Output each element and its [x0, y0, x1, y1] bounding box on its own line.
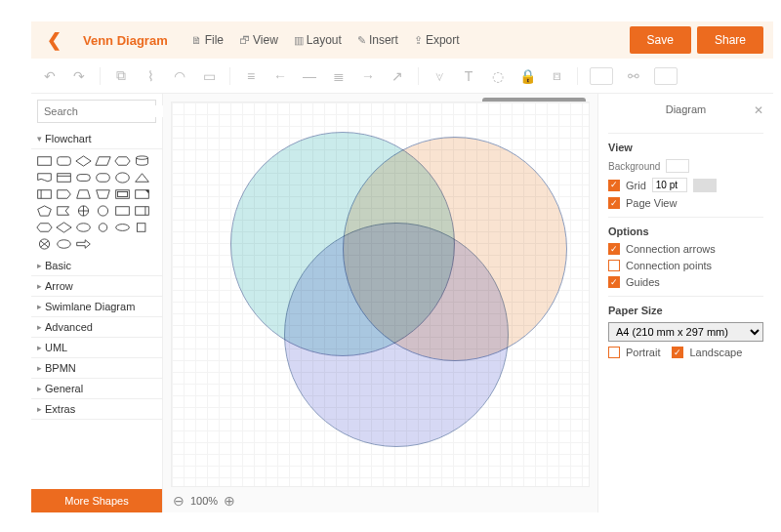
shape-ellipse4[interactable]	[55, 236, 73, 252]
search-box[interactable]: ⌕	[37, 100, 156, 123]
group-icon[interactable]: ⧈	[548, 67, 565, 85]
svg-point-25	[98, 206, 107, 216]
conn-arrows-label: Connection arrows	[626, 243, 716, 255]
shape-card[interactable]	[35, 186, 54, 202]
shape-triangle[interactable]	[133, 170, 151, 185]
section-basic[interactable]: Basic	[31, 256, 162, 276]
text-icon[interactable]: T	[460, 67, 477, 85]
venn-circle[interactable]	[284, 223, 509, 447]
shape-cardr[interactable]	[133, 203, 151, 219]
shape-flag[interactable]	[55, 203, 73, 219]
shape-ellipse2[interactable]	[74, 220, 93, 235]
svg-rect-26	[116, 207, 130, 216]
shape-rect[interactable]	[35, 153, 54, 169]
shape-crosscircle[interactable]	[74, 203, 93, 219]
portrait-checkbox[interactable]	[608, 347, 620, 358]
pageview-checkbox[interactable]	[608, 197, 620, 209]
width-icon[interactable]	[590, 67, 613, 85]
shape-lens[interactable]	[113, 170, 132, 185]
back-button[interactable]: ❮	[41, 29, 67, 51]
shape-square[interactable]	[133, 220, 151, 235]
insert-icon: ✎	[357, 34, 366, 47]
section-arrow[interactable]: Arrow	[31, 276, 162, 297]
line-style-icon[interactable]: ≣	[330, 67, 348, 85]
svg-point-38	[58, 240, 71, 249]
landscape-label: Landscape	[689, 347, 742, 358]
shape-cylinder[interactable]	[133, 153, 151, 169]
shape-trapezoid2[interactable]	[94, 186, 112, 202]
shape-rect4[interactable]	[113, 203, 132, 219]
menu-insert[interactable]: ✎Insert	[357, 33, 398, 47]
share-button[interactable]: Share	[697, 26, 763, 54]
grid-checkbox[interactable]	[608, 180, 620, 191]
conn-arrows-checkbox[interactable]	[608, 243, 620, 255]
link-icon[interactable]: ⌇	[142, 67, 159, 85]
shape-stadium[interactable]	[94, 170, 112, 185]
menu-view[interactable]: 🗗View	[239, 33, 278, 47]
arrow-right-icon[interactable]: →	[359, 67, 377, 85]
shape-parallelogram[interactable]	[94, 153, 112, 169]
right-panel: Diagram ✕ View Background Grid Page View…	[597, 94, 773, 512]
shape-note-icon[interactable]	[133, 186, 151, 202]
line-icon[interactable]: —	[301, 67, 318, 85]
guides-checkbox[interactable]	[608, 276, 620, 288]
menu-insert-label: Insert	[369, 33, 398, 47]
pageview-label: Page View	[626, 197, 677, 209]
rect-icon[interactable]: ▭	[200, 67, 218, 85]
shape-circ-x[interactable]	[35, 236, 54, 252]
chain-icon[interactable]: ⚯	[625, 67, 642, 85]
shape-circle2[interactable]	[94, 203, 112, 219]
shape-hex[interactable]	[113, 153, 132, 169]
arrow-left-icon[interactable]: ←	[271, 67, 289, 85]
shape-capsule[interactable]	[74, 170, 93, 185]
connector-icon[interactable]: ↗	[389, 67, 406, 85]
paper-size-select[interactable]: A4 (210 mm x 297 mm)	[608, 322, 763, 342]
zoom-in-icon[interactable]: ⊕	[224, 493, 235, 509]
main-menu: 🗎File 🗗View ▥Layout ✎Insert ⇪Export	[191, 33, 460, 47]
undo-icon[interactable]: ↶	[41, 67, 59, 85]
shape-icon[interactable]: ◠	[171, 67, 188, 85]
conn-points-checkbox[interactable]	[608, 260, 620, 271]
section-advanced[interactable]: Advanced	[31, 317, 162, 338]
paint-icon[interactable]: ⟇	[431, 67, 448, 85]
close-icon[interactable]: ✕	[754, 103, 763, 117]
canvas[interactable]	[171, 102, 590, 487]
shape-doc[interactable]	[35, 170, 54, 185]
shape-tab[interactable]	[55, 170, 73, 185]
section-extras[interactable]: Extras	[31, 399, 162, 420]
redo-icon[interactable]: ↷	[70, 67, 88, 85]
shape-pentagon[interactable]	[35, 203, 54, 219]
lock-icon[interactable]: 🔒	[518, 67, 536, 85]
section-uml[interactable]: UML	[31, 338, 162, 358]
shape-tag[interactable]	[55, 186, 73, 202]
shape-roundrect[interactable]	[55, 153, 73, 169]
zoom-out-icon[interactable]: ⊖	[173, 493, 185, 509]
copy-icon[interactable]: ⧉	[112, 67, 130, 85]
section-general[interactable]: General	[31, 379, 162, 399]
shape-arrow[interactable]	[74, 236, 93, 252]
grid-color-swatch[interactable]	[693, 179, 717, 192]
align-icon[interactable]: ≡	[242, 67, 260, 85]
menu-file-label: File	[205, 33, 224, 47]
shape-ellipse3[interactable]	[113, 220, 132, 235]
shape-circle3[interactable]	[94, 220, 112, 235]
section-bpmn[interactable]: BPMN	[31, 358, 162, 379]
more-shapes-button[interactable]: More Shapes	[31, 489, 162, 512]
grid-size-input[interactable]	[652, 178, 687, 192]
menu-export[interactable]: ⇪Export	[414, 33, 460, 47]
drop-icon[interactable]: ◌	[489, 67, 507, 85]
shape-hexv[interactable]	[35, 220, 54, 235]
shape-diamond[interactable]	[74, 153, 93, 169]
save-button[interactable]: Save	[630, 26, 691, 54]
section-flowchart[interactable]: Flowchart	[31, 129, 162, 149]
shape-trapezoid[interactable]	[74, 186, 93, 202]
search-input[interactable]	[44, 105, 179, 117]
landscape-checkbox[interactable]	[672, 347, 683, 358]
shape-diamond2[interactable]	[55, 220, 73, 235]
height-icon[interactable]	[654, 67, 678, 85]
menu-layout[interactable]: ▥Layout	[294, 33, 342, 47]
shape-double[interactable]	[113, 186, 132, 202]
section-swimlane[interactable]: Swimlane Diagram	[31, 297, 162, 317]
background-swatch[interactable]	[666, 159, 689, 173]
menu-file[interactable]: 🗎File	[191, 33, 224, 47]
